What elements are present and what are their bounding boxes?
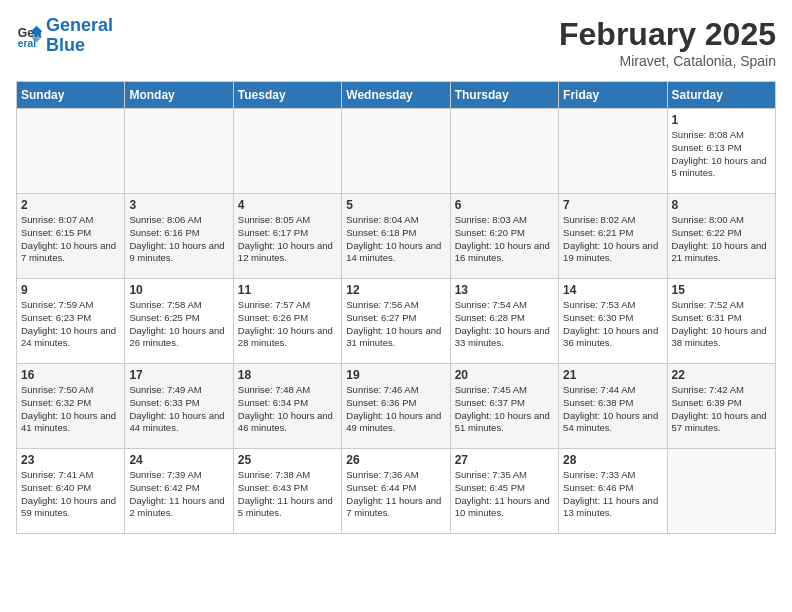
calendar-cell: 27Sunrise: 7:35 AM Sunset: 6:45 PM Dayli… [450, 449, 558, 534]
cell-info: Sunrise: 7:59 AM Sunset: 6:23 PM Dayligh… [21, 299, 120, 350]
calendar-cell [17, 109, 125, 194]
calendar-cell: 12Sunrise: 7:56 AM Sunset: 6:27 PM Dayli… [342, 279, 450, 364]
calendar-cell: 16Sunrise: 7:50 AM Sunset: 6:32 PM Dayli… [17, 364, 125, 449]
calendar-cell: 5Sunrise: 8:04 AM Sunset: 6:18 PM Daylig… [342, 194, 450, 279]
calendar-cell: 28Sunrise: 7:33 AM Sunset: 6:46 PM Dayli… [559, 449, 667, 534]
day-number: 28 [563, 453, 662, 467]
day-number: 9 [21, 283, 120, 297]
header-thursday: Thursday [450, 82, 558, 109]
calendar-cell [450, 109, 558, 194]
calendar-cell: 20Sunrise: 7:45 AM Sunset: 6:37 PM Dayli… [450, 364, 558, 449]
header-friday: Friday [559, 82, 667, 109]
cell-info: Sunrise: 7:57 AM Sunset: 6:26 PM Dayligh… [238, 299, 337, 350]
day-number: 22 [672, 368, 771, 382]
day-number: 24 [129, 453, 228, 467]
calendar-cell: 26Sunrise: 7:36 AM Sunset: 6:44 PM Dayli… [342, 449, 450, 534]
calendar-cell: 6Sunrise: 8:03 AM Sunset: 6:20 PM Daylig… [450, 194, 558, 279]
header-sunday: Sunday [17, 82, 125, 109]
logo: Gen eral GeneralBlue [16, 16, 113, 56]
day-number: 8 [672, 198, 771, 212]
day-number: 27 [455, 453, 554, 467]
cell-info: Sunrise: 7:44 AM Sunset: 6:38 PM Dayligh… [563, 384, 662, 435]
cell-info: Sunrise: 7:50 AM Sunset: 6:32 PM Dayligh… [21, 384, 120, 435]
day-number: 1 [672, 113, 771, 127]
calendar-cell [667, 449, 775, 534]
day-number: 14 [563, 283, 662, 297]
cell-info: Sunrise: 7:33 AM Sunset: 6:46 PM Dayligh… [563, 469, 662, 520]
cell-info: Sunrise: 7:38 AM Sunset: 6:43 PM Dayligh… [238, 469, 337, 520]
calendar-cell: 7Sunrise: 8:02 AM Sunset: 6:21 PM Daylig… [559, 194, 667, 279]
cell-info: Sunrise: 8:08 AM Sunset: 6:13 PM Dayligh… [672, 129, 771, 180]
calendar-cell: 3Sunrise: 8:06 AM Sunset: 6:16 PM Daylig… [125, 194, 233, 279]
day-number: 10 [129, 283, 228, 297]
cell-info: Sunrise: 8:05 AM Sunset: 6:17 PM Dayligh… [238, 214, 337, 265]
svg-text:eral: eral [18, 38, 36, 49]
cell-info: Sunrise: 7:54 AM Sunset: 6:28 PM Dayligh… [455, 299, 554, 350]
calendar-cell [342, 109, 450, 194]
cell-info: Sunrise: 7:56 AM Sunset: 6:27 PM Dayligh… [346, 299, 445, 350]
day-number: 2 [21, 198, 120, 212]
day-number: 15 [672, 283, 771, 297]
day-number: 16 [21, 368, 120, 382]
day-number: 26 [346, 453, 445, 467]
calendar-cell: 13Sunrise: 7:54 AM Sunset: 6:28 PM Dayli… [450, 279, 558, 364]
day-number: 5 [346, 198, 445, 212]
calendar-table: SundayMondayTuesdayWednesdayThursdayFrid… [16, 81, 776, 534]
header-wednesday: Wednesday [342, 82, 450, 109]
calendar-cell [559, 109, 667, 194]
day-number: 19 [346, 368, 445, 382]
day-number: 12 [346, 283, 445, 297]
calendar-cell: 24Sunrise: 7:39 AM Sunset: 6:42 PM Dayli… [125, 449, 233, 534]
calendar-cell: 15Sunrise: 7:52 AM Sunset: 6:31 PM Dayli… [667, 279, 775, 364]
calendar-week-5: 23Sunrise: 7:41 AM Sunset: 6:40 PM Dayli… [17, 449, 776, 534]
day-number: 11 [238, 283, 337, 297]
calendar-cell: 2Sunrise: 8:07 AM Sunset: 6:15 PM Daylig… [17, 194, 125, 279]
logo-icon: Gen eral [16, 22, 44, 50]
header-monday: Monday [125, 82, 233, 109]
calendar-cell: 22Sunrise: 7:42 AM Sunset: 6:39 PM Dayli… [667, 364, 775, 449]
calendar-cell [125, 109, 233, 194]
cell-info: Sunrise: 7:35 AM Sunset: 6:45 PM Dayligh… [455, 469, 554, 520]
day-number: 6 [455, 198, 554, 212]
day-number: 4 [238, 198, 337, 212]
calendar-cell: 10Sunrise: 7:58 AM Sunset: 6:25 PM Dayli… [125, 279, 233, 364]
calendar-cell: 9Sunrise: 7:59 AM Sunset: 6:23 PM Daylig… [17, 279, 125, 364]
day-number: 17 [129, 368, 228, 382]
cell-info: Sunrise: 7:49 AM Sunset: 6:33 PM Dayligh… [129, 384, 228, 435]
day-number: 7 [563, 198, 662, 212]
cell-info: Sunrise: 8:06 AM Sunset: 6:16 PM Dayligh… [129, 214, 228, 265]
cell-info: Sunrise: 8:04 AM Sunset: 6:18 PM Dayligh… [346, 214, 445, 265]
calendar-cell: 11Sunrise: 7:57 AM Sunset: 6:26 PM Dayli… [233, 279, 341, 364]
calendar-cell: 14Sunrise: 7:53 AM Sunset: 6:30 PM Dayli… [559, 279, 667, 364]
day-number: 18 [238, 368, 337, 382]
cell-info: Sunrise: 7:45 AM Sunset: 6:37 PM Dayligh… [455, 384, 554, 435]
cell-info: Sunrise: 7:48 AM Sunset: 6:34 PM Dayligh… [238, 384, 337, 435]
cell-info: Sunrise: 7:46 AM Sunset: 6:36 PM Dayligh… [346, 384, 445, 435]
calendar-week-1: 1Sunrise: 8:08 AM Sunset: 6:13 PM Daylig… [17, 109, 776, 194]
cell-info: Sunrise: 7:58 AM Sunset: 6:25 PM Dayligh… [129, 299, 228, 350]
cell-info: Sunrise: 7:42 AM Sunset: 6:39 PM Dayligh… [672, 384, 771, 435]
day-number: 20 [455, 368, 554, 382]
calendar-cell: 4Sunrise: 8:05 AM Sunset: 6:17 PM Daylig… [233, 194, 341, 279]
calendar-week-3: 9Sunrise: 7:59 AM Sunset: 6:23 PM Daylig… [17, 279, 776, 364]
header-saturday: Saturday [667, 82, 775, 109]
calendar-cell: 1Sunrise: 8:08 AM Sunset: 6:13 PM Daylig… [667, 109, 775, 194]
calendar-header-row: SundayMondayTuesdayWednesdayThursdayFrid… [17, 82, 776, 109]
logo-text: GeneralBlue [46, 16, 113, 56]
cell-info: Sunrise: 8:07 AM Sunset: 6:15 PM Dayligh… [21, 214, 120, 265]
calendar-week-2: 2Sunrise: 8:07 AM Sunset: 6:15 PM Daylig… [17, 194, 776, 279]
calendar-cell: 18Sunrise: 7:48 AM Sunset: 6:34 PM Dayli… [233, 364, 341, 449]
calendar-cell: 21Sunrise: 7:44 AM Sunset: 6:38 PM Dayli… [559, 364, 667, 449]
day-number: 23 [21, 453, 120, 467]
location: Miravet, Catalonia, Spain [559, 53, 776, 69]
day-number: 25 [238, 453, 337, 467]
title-block: February 2025 Miravet, Catalonia, Spain [559, 16, 776, 69]
cell-info: Sunrise: 8:00 AM Sunset: 6:22 PM Dayligh… [672, 214, 771, 265]
cell-info: Sunrise: 8:03 AM Sunset: 6:20 PM Dayligh… [455, 214, 554, 265]
calendar-week-4: 16Sunrise: 7:50 AM Sunset: 6:32 PM Dayli… [17, 364, 776, 449]
cell-info: Sunrise: 7:39 AM Sunset: 6:42 PM Dayligh… [129, 469, 228, 520]
calendar-cell: 19Sunrise: 7:46 AM Sunset: 6:36 PM Dayli… [342, 364, 450, 449]
cell-info: Sunrise: 7:36 AM Sunset: 6:44 PM Dayligh… [346, 469, 445, 520]
page-header: Gen eral GeneralBlue February 2025 Mirav… [16, 16, 776, 69]
cell-info: Sunrise: 7:41 AM Sunset: 6:40 PM Dayligh… [21, 469, 120, 520]
